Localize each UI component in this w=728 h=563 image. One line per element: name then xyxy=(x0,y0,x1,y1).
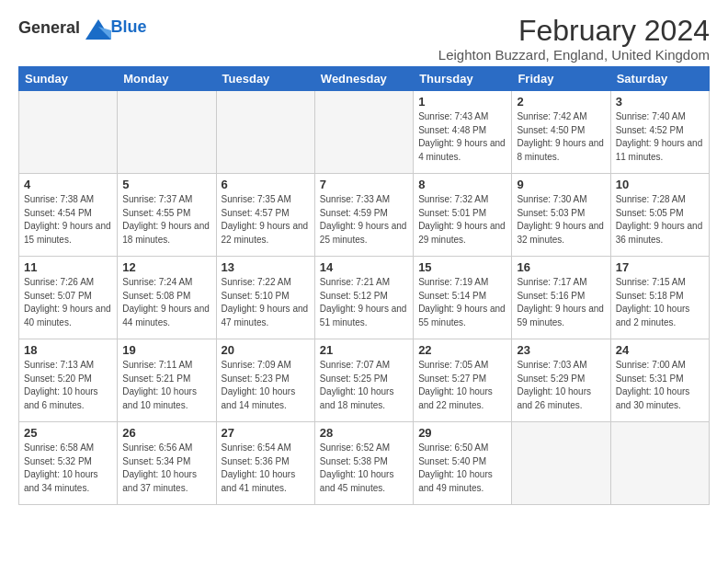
calendar-cell: 16Sunrise: 7:17 AM Sunset: 5:16 PM Dayli… xyxy=(512,257,610,339)
calendar-cell: 12Sunrise: 7:24 AM Sunset: 5:08 PM Dayli… xyxy=(118,257,216,339)
calendar-cell: 23Sunrise: 7:03 AM Sunset: 5:29 PM Dayli… xyxy=(512,339,610,422)
day-number: 13 xyxy=(222,260,310,274)
calendar-cell: 22Sunrise: 7:05 AM Sunset: 5:27 PM Dayli… xyxy=(414,339,512,422)
day-number: 28 xyxy=(320,426,408,440)
header-sunday: Sunday xyxy=(19,67,118,91)
calendar-cell: 17Sunrise: 7:15 AM Sunset: 5:18 PM Dayli… xyxy=(610,257,709,339)
day-info: Sunrise: 7:28 AM Sunset: 5:05 PM Dayligh… xyxy=(616,193,704,247)
calendar-cell: 26Sunrise: 6:56 AM Sunset: 5:34 PM Dayli… xyxy=(118,422,216,505)
day-info: Sunrise: 7:22 AM Sunset: 5:10 PM Dayligh… xyxy=(222,276,310,329)
day-info: Sunrise: 7:07 AM Sunset: 5:25 PM Dayligh… xyxy=(320,359,408,412)
day-number: 25 xyxy=(24,426,112,440)
day-number: 15 xyxy=(418,260,506,274)
day-number: 8 xyxy=(418,178,506,191)
week-row-0: 1Sunrise: 7:43 AM Sunset: 4:48 PM Daylig… xyxy=(19,91,710,174)
calendar-cell: 13Sunrise: 7:22 AM Sunset: 5:10 PM Dayli… xyxy=(216,257,314,339)
day-info: Sunrise: 6:50 AM Sunset: 5:40 PM Dayligh… xyxy=(418,442,506,495)
calendar-cell: 2Sunrise: 7:42 AM Sunset: 4:50 PM Daylig… xyxy=(512,91,610,174)
day-info: Sunrise: 6:54 AM Sunset: 5:36 PM Dayligh… xyxy=(222,442,310,495)
day-info: Sunrise: 7:33 AM Sunset: 4:59 PM Dayligh… xyxy=(320,193,408,247)
day-info: Sunrise: 7:19 AM Sunset: 5:14 PM Dayligh… xyxy=(418,276,506,329)
header-tuesday: Tuesday xyxy=(216,67,314,91)
day-number: 16 xyxy=(517,260,605,274)
logo-blue: Blue xyxy=(111,17,147,37)
calendar-cell: 5Sunrise: 7:37 AM Sunset: 4:55 PM Daylig… xyxy=(118,174,216,257)
day-number: 11 xyxy=(24,260,112,274)
day-number: 10 xyxy=(616,178,704,191)
header-monday: Monday xyxy=(118,67,216,91)
calendar-cell: 18Sunrise: 7:13 AM Sunset: 5:20 PM Dayli… xyxy=(19,339,118,422)
calendar-cell: 20Sunrise: 7:09 AM Sunset: 5:23 PM Dayli… xyxy=(216,339,314,422)
calendar-cell: 1Sunrise: 7:43 AM Sunset: 4:48 PM Daylig… xyxy=(414,91,512,174)
day-info: Sunrise: 7:30 AM Sunset: 5:03 PM Dayligh… xyxy=(517,193,605,247)
day-number: 19 xyxy=(122,343,210,357)
day-info: Sunrise: 7:13 AM Sunset: 5:20 PM Dayligh… xyxy=(24,359,112,412)
calendar-cell: 7Sunrise: 7:33 AM Sunset: 4:59 PM Daylig… xyxy=(314,174,413,257)
day-number: 20 xyxy=(222,343,310,357)
day-number: 5 xyxy=(122,178,210,191)
calendar-cell xyxy=(610,422,709,505)
header-thursday: Thursday xyxy=(414,67,512,91)
day-number: 6 xyxy=(222,178,310,191)
calendar-cell: 28Sunrise: 6:52 AM Sunset: 5:38 PM Dayli… xyxy=(314,422,413,505)
calendar-table: SundayMondayTuesdayWednesdayThursdayFrid… xyxy=(18,66,710,505)
location-title: Leighton Buzzard, England, United Kingdo… xyxy=(438,47,710,63)
day-info: Sunrise: 6:58 AM Sunset: 5:32 PM Dayligh… xyxy=(24,442,112,495)
calendar-cell xyxy=(19,91,118,174)
day-number: 9 xyxy=(517,178,605,191)
calendar-cell: 19Sunrise: 7:11 AM Sunset: 5:21 PM Dayli… xyxy=(118,339,216,422)
day-number: 21 xyxy=(320,343,408,357)
day-info: Sunrise: 7:43 AM Sunset: 4:48 PM Dayligh… xyxy=(418,110,506,164)
day-info: Sunrise: 7:11 AM Sunset: 5:21 PM Dayligh… xyxy=(122,359,210,412)
calendar-cell: 14Sunrise: 7:21 AM Sunset: 5:12 PM Dayli… xyxy=(314,257,413,339)
day-info: Sunrise: 7:42 AM Sunset: 4:50 PM Dayligh… xyxy=(517,110,605,164)
week-row-4: 25Sunrise: 6:58 AM Sunset: 5:32 PM Dayli… xyxy=(19,422,710,505)
title-area: February 2024 Leighton Buzzard, England,… xyxy=(438,15,710,63)
day-number: 17 xyxy=(616,260,704,274)
calendar-cell xyxy=(314,91,413,174)
day-info: Sunrise: 6:52 AM Sunset: 5:38 PM Dayligh… xyxy=(320,442,408,495)
day-info: Sunrise: 7:38 AM Sunset: 4:54 PM Dayligh… xyxy=(24,193,112,247)
day-info: Sunrise: 7:05 AM Sunset: 5:27 PM Dayligh… xyxy=(418,359,506,412)
day-number: 2 xyxy=(517,95,605,109)
calendar-cell xyxy=(118,91,216,174)
header-saturday: Saturday xyxy=(610,67,709,91)
calendar-cell: 27Sunrise: 6:54 AM Sunset: 5:36 PM Dayli… xyxy=(216,422,314,505)
day-number: 22 xyxy=(418,343,506,357)
day-number: 26 xyxy=(122,426,210,440)
day-info: Sunrise: 7:40 AM Sunset: 4:52 PM Dayligh… xyxy=(616,110,704,164)
day-info: Sunrise: 7:37 AM Sunset: 4:55 PM Dayligh… xyxy=(122,193,210,247)
calendar-cell: 11Sunrise: 7:26 AM Sunset: 5:07 PM Dayli… xyxy=(19,257,118,339)
day-number: 12 xyxy=(122,260,210,274)
day-info: Sunrise: 7:24 AM Sunset: 5:08 PM Dayligh… xyxy=(122,276,210,329)
month-title: February 2024 xyxy=(438,15,710,47)
day-info: Sunrise: 6:56 AM Sunset: 5:34 PM Dayligh… xyxy=(122,442,210,495)
day-info: Sunrise: 7:09 AM Sunset: 5:23 PM Dayligh… xyxy=(222,359,310,412)
calendar-cell: 8Sunrise: 7:32 AM Sunset: 5:01 PM Daylig… xyxy=(414,174,512,257)
calendar-cell: 9Sunrise: 7:30 AM Sunset: 5:03 PM Daylig… xyxy=(512,174,610,257)
day-info: Sunrise: 7:00 AM Sunset: 5:31 PM Dayligh… xyxy=(616,359,704,412)
logo: General Blue xyxy=(18,18,147,40)
calendar-cell xyxy=(512,422,610,505)
calendar-cell: 21Sunrise: 7:07 AM Sunset: 5:25 PM Dayli… xyxy=(314,339,413,422)
day-number: 4 xyxy=(24,178,112,191)
day-number: 18 xyxy=(24,343,112,357)
week-row-2: 11Sunrise: 7:26 AM Sunset: 5:07 PM Dayli… xyxy=(19,257,710,339)
header-row: SundayMondayTuesdayWednesdayThursdayFrid… xyxy=(19,67,710,91)
calendar-cell: 24Sunrise: 7:00 AM Sunset: 5:31 PM Dayli… xyxy=(610,339,709,422)
day-info: Sunrise: 7:21 AM Sunset: 5:12 PM Dayligh… xyxy=(320,276,408,329)
calendar-cell: 15Sunrise: 7:19 AM Sunset: 5:14 PM Dayli… xyxy=(414,257,512,339)
header-friday: Friday xyxy=(512,67,610,91)
day-info: Sunrise: 7:35 AM Sunset: 4:57 PM Dayligh… xyxy=(222,193,310,247)
calendar-cell: 3Sunrise: 7:40 AM Sunset: 4:52 PM Daylig… xyxy=(610,91,709,174)
day-info: Sunrise: 7:32 AM Sunset: 5:01 PM Dayligh… xyxy=(418,193,506,247)
calendar-cell: 25Sunrise: 6:58 AM Sunset: 5:32 PM Dayli… xyxy=(19,422,118,505)
calendar-cell: 4Sunrise: 7:38 AM Sunset: 4:54 PM Daylig… xyxy=(19,174,118,257)
day-info: Sunrise: 7:17 AM Sunset: 5:16 PM Dayligh… xyxy=(517,276,605,329)
day-number: 3 xyxy=(616,95,704,109)
day-number: 23 xyxy=(517,343,605,357)
logo-general: General xyxy=(18,18,80,37)
day-number: 29 xyxy=(418,426,506,440)
day-number: 14 xyxy=(320,260,408,274)
header-wednesday: Wednesday xyxy=(314,67,413,91)
